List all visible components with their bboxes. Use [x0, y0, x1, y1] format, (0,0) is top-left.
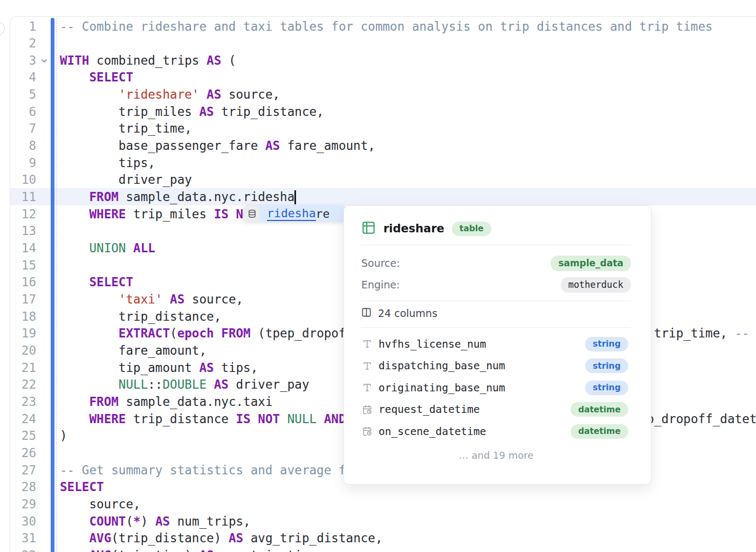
keyword-token: ALL [133, 241, 155, 255]
column-row: hvfhs_license_numstring [362, 335, 628, 353]
code-line-10[interactable]: driver_pay [60, 171, 192, 189]
code-token [214, 326, 222, 340]
code-token: num_trips, [170, 514, 251, 528]
keyword-token: AS [229, 531, 243, 545]
code-token [60, 412, 89, 426]
autocomplete-dropdown[interactable]: rideshare [244, 205, 345, 222]
keyword-token: WITH [60, 53, 89, 67]
code-token [280, 412, 287, 426]
code-line-30[interactable]: COUNT(*) AS num_trips, [60, 513, 251, 530]
line-number: 13 [11, 223, 36, 240]
code-line-23[interactable]: FROM sample_data.nyc.taxi [60, 394, 273, 411]
code-token [126, 241, 133, 255]
code-line-31[interactable]: AVG(trip_distance) AS avg_trip_distance, [60, 530, 383, 547]
code-token: (trip_distance) [111, 531, 229, 545]
line-number: 11 [11, 189, 36, 206]
line-number: 14 [11, 240, 36, 257]
code-line-8[interactable]: base_passenger_fare AS fare_amount, [60, 137, 375, 155]
code-line-20[interactable]: fare_amount, [60, 342, 207, 360]
meta-label: Source: [361, 257, 400, 269]
keyword-token: AS [199, 105, 214, 119]
code-line-32[interactable]: AVG(trip_time) AS avg_trip_time, [60, 547, 324, 552]
code-token [60, 377, 119, 391]
side-handle[interactable] [0, 22, 5, 35]
column-row: dispatching_base_numstring [362, 357, 628, 375]
more-columns-note: … and 19 more [361, 447, 631, 463]
column-row: on_scene_datetimedatetime [362, 423, 628, 440]
string-token: 'rideshare' [119, 87, 200, 101]
line-number: 19 [11, 325, 36, 342]
line-number: 7 [11, 120, 36, 137]
columns-count: 24 columns [378, 307, 437, 319]
line-number: 22 [11, 376, 36, 394]
code-line-7[interactable]: trip_time, [60, 120, 192, 137]
code-line-28[interactable]: SELECT [60, 479, 104, 496]
column-name: request_datetime [379, 403, 571, 416]
autocomplete-item-rideshare[interactable]: rideshare [260, 205, 345, 222]
code-line-17[interactable]: 'taxi' AS source, [60, 291, 243, 308]
divider [361, 301, 631, 301]
code-token: trip_distance [126, 412, 236, 426]
line-number: 25 [11, 427, 36, 445]
keyword-token: AS [170, 292, 184, 306]
code-token [317, 412, 324, 426]
keyword-token: * [133, 514, 141, 528]
code-line-29[interactable]: source, [60, 496, 141, 513]
code-line-11[interactable]: FROM sample_data.nyc.ridesha [60, 189, 294, 206]
code-token: combined_trips [89, 53, 207, 67]
code-line-6[interactable]: trip_miles AS trip_distance, [60, 104, 324, 121]
line-number: 2 [11, 35, 36, 52]
table-title: rideshare [383, 222, 444, 235]
calendar-clock-icon [362, 405, 379, 415]
column-type-badge: datetime [571, 424, 628, 439]
code-token [199, 87, 207, 101]
code-token: ( [221, 53, 236, 67]
code-token: avg_trip_distance, [243, 531, 382, 545]
divider [361, 245, 631, 245]
autocomplete-match-text: ridesha [267, 206, 316, 221]
comment-token: -- Combine rideshare and taxi tables for… [60, 19, 713, 33]
column-name: dispatching_base_num [379, 360, 585, 372]
code-token: trip_miles [60, 105, 199, 119]
code-token: ( [170, 326, 177, 340]
code-token: sample_data.nyc.ridesha [119, 190, 294, 204]
code-line-22[interactable]: NULL::DOUBLE AS driver_pay [60, 376, 310, 394]
keyword-token: FROM [221, 326, 250, 340]
code-line-4[interactable]: SELECT [60, 69, 133, 86]
line-number: 29 [11, 496, 36, 513]
code-token: base_passenger_fare [60, 139, 265, 153]
code-token: tip_amount [60, 361, 199, 375]
code-line-25[interactable]: ) [60, 427, 67, 445]
line-number: 10 [11, 171, 36, 189]
column-name: hvfhs_license_num [379, 338, 585, 350]
code-token [60, 514, 89, 528]
code-token [229, 207, 236, 221]
code-token: source, [221, 87, 280, 101]
code-token: fare_amount, [280, 139, 375, 153]
code-line-3[interactable]: WITH combined_trips AS ( [60, 52, 236, 70]
line-number: 5 [11, 86, 36, 104]
code-line-5[interactable]: 'rideshare' AS source, [60, 86, 280, 104]
code-token [60, 292, 119, 306]
keyword-token: AS [207, 87, 221, 101]
code-line-9[interactable]: tips, [60, 155, 155, 172]
column-type-badge: string [585, 381, 628, 395]
code-token: tips, [60, 156, 155, 170]
line-number: 32 [11, 547, 36, 552]
code-line-18[interactable]: trip_distance, [60, 308, 221, 326]
column-type-badge: string [585, 337, 628, 351]
keyword-token: SELECT [60, 480, 104, 494]
code-line-21[interactable]: tip_amount AS tips, [60, 360, 258, 377]
line-number: 3 [11, 52, 36, 70]
line-number: 27 [11, 462, 36, 479]
keyword-token: AVG [89, 548, 111, 552]
code-token [60, 275, 89, 289]
code-token: driver_pay [60, 172, 192, 187]
code-line-1[interactable]: -- Combine rideshare and taxi tables for… [60, 18, 713, 36]
code-line-14[interactable]: UNION ALL [60, 240, 155, 257]
fold-chevron-down-icon[interactable] [39, 56, 49, 68]
line-number: 28 [11, 479, 36, 496]
text-cursor [294, 190, 296, 204]
keyword-token: AND [324, 412, 346, 426]
code-line-16[interactable]: SELECT [60, 274, 133, 291]
